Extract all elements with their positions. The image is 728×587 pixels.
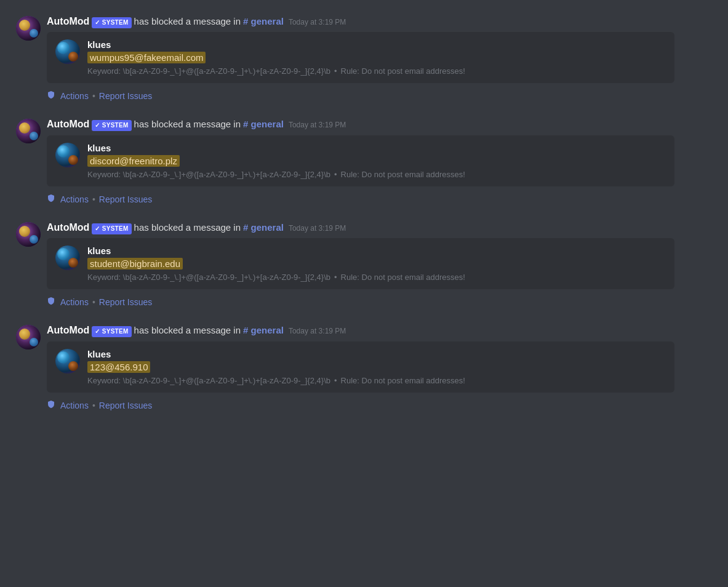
card-inner: kluesstudent@bigbrain.eduKeyword: \b[a-z…	[55, 246, 666, 282]
message-header: AutoMod✓ SYSTEMhas blocked a message in#…	[47, 324, 718, 337]
card-user-avatar	[55, 39, 80, 64]
report-issues-button[interactable]: Report Issues	[99, 401, 152, 410]
actions-dot-separator: •	[92, 401, 95, 410]
channel-name[interactable]: # general	[243, 221, 284, 234]
blocked-card: kluesstudent@bigbrain.eduKeyword: \b[a-z…	[47, 238, 674, 289]
header-text: has blocked a message in	[134, 118, 241, 130]
rule-text: Rule: Do not post email addresses!	[341, 170, 465, 179]
message-content-col: AutoMod✓ SYSTEMhas blocked a message in#…	[47, 15, 718, 108]
report-issues-button[interactable]: Report Issues	[99, 194, 152, 204]
channel-name[interactable]: # general	[243, 324, 284, 337]
card-username: klues	[87, 246, 666, 256]
message-content-col: AutoMod✓ SYSTEMhas blocked a message in#…	[47, 221, 718, 314]
blocked-message: 123@456.910	[87, 362, 666, 373]
blocked-card: klueswumpus95@fakeemail.comKeyword: \b[a…	[47, 32, 674, 83]
automod-name: AutoMod	[47, 221, 89, 234]
avatar-inner	[16, 16, 41, 41]
message-timestamp: Today at 3:19 PM	[289, 223, 346, 234]
actions-button[interactable]: Actions	[60, 401, 89, 410]
actions-button[interactable]: Actions	[60, 194, 89, 204]
system-badge: ✓ SYSTEM	[92, 120, 131, 131]
message-timestamp: Today at 3:19 PM	[289, 326, 346, 337]
message-header: AutoMod✓ SYSTEMhas blocked a message in#…	[47, 15, 718, 28]
automod-avatar	[16, 222, 41, 247]
keyword-row: Keyword: \b[a-zA-Z0-9-_\.]+@([a-zA-Z0-9-…	[87, 170, 666, 179]
card-inner: kluesdiscord@freenitro.plzKeyword: \b[a-…	[55, 143, 666, 179]
actions-row: Actions•Report Issues	[47, 191, 718, 211]
card-username: klues	[87, 143, 666, 153]
system-badge: ✓ SYSTEM	[92, 326, 131, 337]
blocked-message: student@bigbrain.edu	[87, 258, 666, 270]
avatar-col	[10, 221, 47, 314]
message-content-col: AutoMod✓ SYSTEMhas blocked a message in#…	[47, 118, 718, 210]
blocked-text: discord@freenitro.plz	[87, 155, 180, 167]
card-content: klueswumpus95@fakeemail.comKeyword: \b[a…	[87, 39, 666, 76]
blocked-message: wumpus95@fakeemail.com	[87, 52, 666, 63]
message-header: AutoMod✓ SYSTEMhas blocked a message in#…	[47, 118, 718, 131]
keyword-label: Keyword: \b[a-zA-Z0-9-_\.]+@([a-zA-Z0-9-…	[87, 273, 330, 282]
card-content: kluesstudent@bigbrain.eduKeyword: \b[a-z…	[87, 246, 666, 282]
shield-icon	[47, 194, 55, 205]
rule-text: Rule: Do not post email addresses!	[341, 376, 465, 385]
message-group-4: AutoMod✓ SYSTEMhas blocked a message in#…	[0, 319, 728, 419]
report-issues-button[interactable]: Report Issues	[99, 91, 152, 101]
message-group-3: AutoMod✓ SYSTEMhas blocked a message in#…	[0, 216, 728, 316]
actions-button[interactable]: Actions	[60, 297, 89, 307]
actions-dot-separator: •	[92, 91, 95, 101]
message-header: AutoMod✓ SYSTEMhas blocked a message in#…	[47, 221, 718, 234]
automod-avatar	[16, 119, 41, 143]
message-group-1: AutoMod✓ SYSTEMhas blocked a message in#…	[0, 10, 728, 110]
message-content-col: AutoMod✓ SYSTEMhas blocked a message in#…	[47, 324, 718, 417]
blocked-text: student@bigbrain.edu	[87, 258, 183, 270]
blocked-card: klues123@456.910Keyword: \b[a-zA-Z0-9-_\…	[47, 341, 674, 393]
avatar-inner	[16, 222, 41, 247]
card-username: klues	[87, 39, 666, 50]
header-text: has blocked a message in	[134, 15, 241, 28]
keyword-label: Keyword: \b[a-zA-Z0-9-_\.]+@([a-zA-Z0-9-…	[87, 376, 330, 385]
card-inner: klues123@456.910Keyword: \b[a-zA-Z0-9-_\…	[55, 349, 666, 385]
rule-text: Rule: Do not post email addresses!	[341, 66, 465, 76]
blocked-text: 123@456.910	[87, 361, 150, 373]
keyword-dot-separator: •	[334, 376, 337, 385]
actions-dot-separator: •	[92, 297, 95, 307]
actions-button[interactable]: Actions	[60, 91, 89, 101]
system-badge: ✓ SYSTEM	[92, 223, 131, 234]
message-timestamp: Today at 3:19 PM	[289, 17, 346, 28]
card-user-avatar	[55, 143, 80, 167]
report-issues-button[interactable]: Report Issues	[99, 297, 152, 307]
automod-name: AutoMod	[47, 324, 89, 337]
keyword-label: Keyword: \b[a-zA-Z0-9-_\.]+@([a-zA-Z0-9-…	[87, 170, 330, 179]
avatar-inner	[16, 325, 41, 349]
automod-avatar	[16, 325, 41, 349]
keyword-dot-separator: •	[334, 273, 337, 282]
shield-icon	[47, 297, 55, 308]
card-user-avatar	[55, 246, 80, 270]
actions-dot-separator: •	[92, 194, 95, 204]
shield-icon	[47, 400, 55, 411]
actions-row: Actions•Report Issues	[47, 88, 718, 108]
automod-avatar	[16, 16, 41, 41]
rule-text: Rule: Do not post email addresses!	[341, 273, 465, 282]
automod-name: AutoMod	[47, 15, 89, 28]
actions-row: Actions•Report Issues	[47, 294, 718, 314]
message-timestamp: Today at 3:19 PM	[289, 120, 346, 130]
keyword-dot-separator: •	[334, 66, 337, 76]
avatar-inner	[16, 119, 41, 143]
avatar-col	[10, 324, 47, 417]
keyword-label: Keyword: \b[a-zA-Z0-9-_\.]+@([a-zA-Z0-9-…	[87, 66, 330, 76]
card-username: klues	[87, 349, 666, 359]
channel-name[interactable]: # general	[243, 118, 284, 130]
shield-icon	[47, 90, 55, 102]
avatar-col	[10, 118, 47, 210]
messages-container: AutoMod✓ SYSTEMhas blocked a message in#…	[0, 10, 728, 420]
card-user-avatar	[55, 349, 80, 373]
keyword-row: Keyword: \b[a-zA-Z0-9-_\.]+@([a-zA-Z0-9-…	[87, 273, 666, 282]
channel-name[interactable]: # general	[243, 15, 284, 28]
automod-name: AutoMod	[47, 118, 89, 131]
header-text: has blocked a message in	[134, 221, 241, 234]
card-content: klues123@456.910Keyword: \b[a-zA-Z0-9-_\…	[87, 349, 666, 385]
card-inner: klueswumpus95@fakeemail.comKeyword: \b[a…	[55, 39, 666, 76]
avatar-col	[10, 15, 47, 108]
card-content: kluesdiscord@freenitro.plzKeyword: \b[a-…	[87, 143, 666, 179]
header-text: has blocked a message in	[134, 324, 241, 337]
